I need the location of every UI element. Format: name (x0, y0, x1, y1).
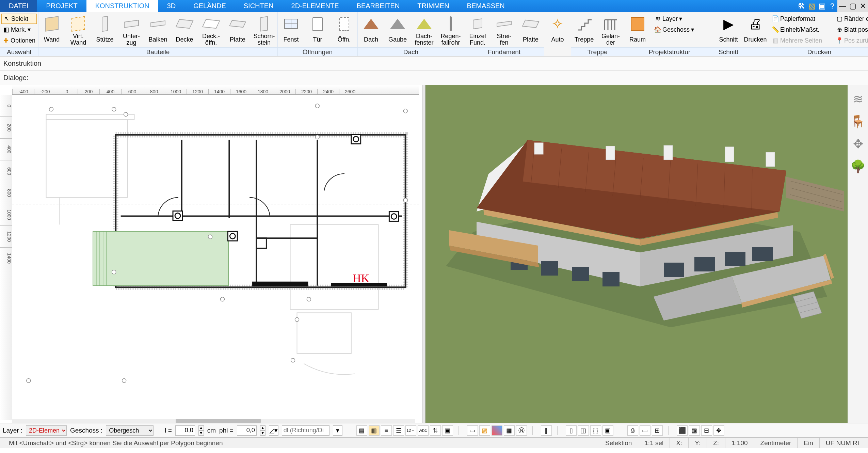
tb-icon-p2[interactable]: ▭ (640, 425, 650, 436)
tb-icon-abc[interactable]: Abc (418, 425, 429, 436)
wand-button[interactable]: Wand (38, 12, 65, 47)
menu-sichten[interactable]: SICHTEN (235, 0, 283, 12)
tool-icon-1[interactable]: 🛠 (797, 0, 807, 12)
view-2d[interactable]: -400-20002004006008001000120014001600180… (0, 85, 422, 423)
dach-button[interactable]: Dach (358, 12, 384, 47)
einheit-button[interactable]: 📏Einheit/Maßst. (771, 25, 831, 35)
stuetze-button[interactable]: Stütze (92, 12, 118, 47)
canvas-2d[interactable]: HK (12, 95, 419, 419)
scrollbar-2d-horizontal[interactable] (12, 419, 415, 423)
unterzug-button[interactable]: Unter- zug (118, 12, 145, 47)
mark-dropdown[interactable]: ◧Mark. ▾ (1, 25, 37, 35)
platte-button[interactable]: Platte (224, 12, 251, 47)
tool-icon-2[interactable]: ▧ (807, 0, 817, 12)
schnitt-button[interactable]: ▶Schnitt (715, 12, 742, 47)
navigate-icon[interactable]: ✥ (853, 137, 863, 151)
optionen-button[interactable]: ✚Optionen (1, 35, 37, 46)
geschoss-select[interactable]: Obergesch (106, 425, 154, 436)
menu-bemassen[interactable]: BEMASSEN (458, 0, 514, 12)
deck-oeffn-button[interactable]: Deck.- öffn. (198, 12, 224, 47)
layer-dropdown[interactable]: ≋Layer ▾ (653, 14, 713, 24)
menu-3d[interactable]: 3D (158, 0, 185, 12)
tb-icon-pattern[interactable]: ▦ (504, 425, 515, 436)
auto-button[interactable]: ✧Auto (544, 12, 571, 47)
tb-icon-link[interactable]: ⇅ (430, 425, 441, 436)
view-3d[interactable] (425, 85, 848, 423)
platte-fund-button[interactable]: Platte (517, 12, 544, 47)
tb-icon-gradient[interactable] (492, 425, 502, 436)
menu-projekt[interactable]: PROJEKT (37, 0, 86, 12)
schornstein-button[interactable]: Schorn- stein (251, 12, 277, 47)
drucken-button[interactable]: 🖨Drucken (742, 12, 769, 47)
layers-panel-icon[interactable]: ≋ (853, 92, 863, 106)
tb-icon-hatch2[interactable]: ▥ (369, 425, 380, 436)
papierformat-button[interactable]: 📄Papierformat (771, 14, 831, 24)
geschoss-dropdown[interactable]: 🏠Geschoss ▾ (653, 25, 713, 35)
target-icon: ⊕ (836, 26, 843, 33)
angle-drop-icon[interactable]: ◿▾ (269, 425, 278, 436)
einzel-fund-button[interactable]: Einzel Fund. (464, 12, 491, 47)
tb-icon-fill[interactable]: ▨ (479, 425, 490, 436)
tb-icon-hatch1[interactable]: ▤ (356, 425, 367, 436)
phi-stepper[interactable]: ▲▼ (260, 425, 266, 436)
menu-bearbeiten[interactable]: BEARBEITEN (348, 0, 409, 12)
length-stepper[interactable]: ▲▼ (198, 425, 204, 436)
tb-icon-lines[interactable]: ≡ (381, 425, 392, 436)
phi-input[interactable] (237, 425, 257, 436)
tb-icon-rect[interactable]: ▭ (467, 425, 478, 436)
gaube-button[interactable]: Gaube (384, 12, 411, 47)
decke-button[interactable]: Decke (171, 12, 198, 47)
tb-icon-e2[interactable]: ▩ (689, 425, 700, 436)
splitter-vertical[interactable] (422, 85, 425, 423)
gelaender-button[interactable]: Gelän- der (597, 12, 624, 47)
mehrere-seiten-button[interactable]: ▥Mehrere Seiten (771, 35, 831, 46)
length-input[interactable] (175, 425, 195, 436)
tb-icon-v4[interactable]: ▣ (602, 425, 613, 436)
menu-datei[interactable]: DATEI (0, 0, 37, 12)
balken-button[interactable]: Balken (145, 12, 171, 47)
minimize-button[interactable]: ― (837, 0, 848, 12)
subbar-konstruktion: Konstruktion (0, 57, 868, 71)
menu-gelaende[interactable]: GELÄNDE (184, 0, 235, 12)
blattpos-button[interactable]: ⊕Blatt position. (835, 25, 868, 35)
tb-icon-e3[interactable]: ⊟ (701, 425, 712, 436)
virt-wand-button[interactable]: Virt. Wand (65, 12, 92, 47)
tb-icon-n[interactable]: Ⓝ (516, 425, 527, 436)
oeffnung-button[interactable]: Öffn. (331, 12, 357, 47)
treppe-button[interactable]: Treppe (571, 12, 597, 47)
close-button[interactable]: ✕ (858, 0, 868, 12)
tb-icon-crop[interactable]: ▣ (442, 425, 453, 436)
direction-drop-icon[interactable]: ▾ (333, 425, 342, 436)
selekt-button[interactable]: ↖Selekt (1, 14, 37, 24)
direction-input[interactable] (282, 425, 329, 436)
tree-icon[interactable]: 🌳 (850, 159, 866, 174)
layer-select[interactable]: 2D-Elemen (26, 425, 67, 436)
maximize-button[interactable]: ▢ (848, 0, 858, 12)
raum-button[interactable]: Raum (624, 12, 651, 47)
svg-rect-14 (93, 231, 228, 285)
raender-button[interactable]: ▢Ränder einblend. (835, 14, 868, 24)
tb-icon-list[interactable]: ☰ (393, 425, 404, 436)
tb-icon-v2[interactable]: ◫ (578, 425, 589, 436)
regen-button[interactable]: Regen- fallrohr (437, 12, 464, 47)
tb-icon-e4[interactable]: ✥ (713, 425, 724, 436)
menu-konstruktion[interactable]: KONSTRUKTION (86, 0, 158, 12)
fenster-button[interactable]: Fenst (278, 12, 304, 47)
tb-icon-v1[interactable]: ▯ (566, 425, 577, 436)
streifen-button[interactable]: Strei- fen (491, 12, 517, 47)
tb-icon-p1[interactable]: ⎙ (627, 425, 638, 436)
tb-icon-pipe[interactable]: ‖ (541, 425, 552, 436)
dachfenster-button[interactable]: Dach- fenster (411, 12, 437, 47)
furniture-icon[interactable]: 🪑 (850, 114, 866, 129)
tuer-button[interactable]: Tür (304, 12, 331, 47)
help-icon[interactable]: ? (827, 0, 837, 12)
tb-icon-dim[interactable]: 12↔ (405, 425, 416, 436)
tb-icon-p3[interactable]: ⊞ (652, 425, 663, 436)
menu-2d-elemente[interactable]: 2D-ELEMENTE (283, 0, 348, 12)
menu-trimmen[interactable]: TRIMMEN (408, 0, 458, 12)
tb-icon-v3[interactable]: ⬚ (590, 425, 601, 436)
tb-icon-e1[interactable]: ⬛ (677, 425, 688, 436)
status-z: Z: (707, 438, 725, 448)
posrueck-button[interactable]: 📍Pos zurücksetz. (835, 35, 868, 46)
tool-icon-3[interactable]: ▣ (817, 0, 827, 12)
